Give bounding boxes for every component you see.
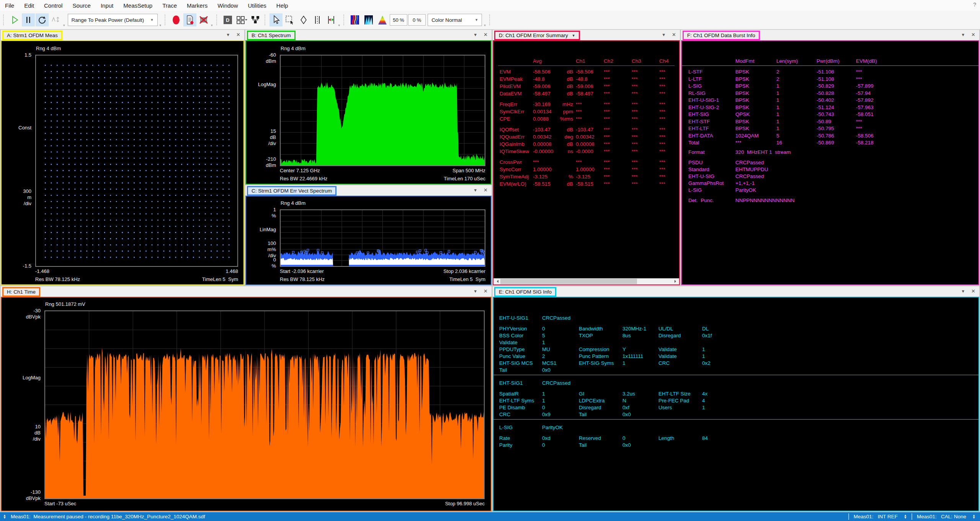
transparency-0-button[interactable]: 0 % (408, 14, 426, 26)
menu-bar: FileEditControlSourceInputMeasSetupTrace… (0, 0, 980, 11)
row-label: Standard (688, 167, 709, 172)
transparency-50-button[interactable]: 50 % (390, 14, 407, 26)
toolbar-separator (3, 15, 5, 25)
row-label: EVMPeak (500, 76, 523, 82)
window-menu-icon[interactable]: ▾ (474, 32, 477, 38)
window-close-icon[interactable]: ✕ (672, 32, 676, 38)
window-titlebar[interactable]: A: Strm1 OFDM Meas ▾✕ (1, 30, 244, 40)
pointer-tool-button[interactable] (270, 13, 283, 26)
recording-playback-button[interactable] (183, 13, 196, 26)
scroll-right-button[interactable] (673, 278, 679, 284)
marker-tool-button[interactable] (297, 13, 310, 26)
window-close-icon[interactable]: ✕ (483, 187, 488, 193)
table-cell: *** (604, 91, 610, 96)
field-label: PPDUType (499, 346, 525, 352)
window-titlebar[interactable]: H: Ch1 Time ▾✕ (1, 286, 492, 297)
status-cal[interactable]: Meas01: CAL: None▲▼ (911, 513, 980, 520)
field-value: 0x0 (622, 412, 631, 417)
window-close-icon[interactable]: ✕ (483, 32, 488, 38)
menu-item-trace[interactable]: Trace (157, 1, 182, 10)
menu-item-markers[interactable]: Markers (182, 1, 212, 10)
window-tab[interactable]: B: Ch1 Spectrum (247, 31, 296, 40)
scrollbar-thumb[interactable] (500, 279, 637, 284)
window-title: D: Ch1 OFDM Error Summary (499, 33, 568, 38)
table-cell: -58.497 (576, 91, 593, 96)
spectrogram-trace-button[interactable] (348, 13, 361, 26)
row-label: SyncCorr (500, 167, 521, 172)
spinner-icon[interactable]: ▲▼ (972, 514, 975, 519)
window-titlebar[interactable]: C: Strm1 OFDM Err Vect Spectrum ▾✕ (245, 185, 492, 196)
field-label: Validate (499, 340, 518, 345)
window-titlebar[interactable]: D: Ch1 OFDM Error Summary▼ ▾✕ (493, 30, 680, 40)
status-spinner-icon[interactable]: ▲▼ (3, 514, 6, 519)
range-combo[interactable]: Range To Peak Power (Default) ▼ (68, 14, 158, 26)
window-tab[interactable]: D: Ch1 OFDM Error Summary▼ (494, 31, 580, 40)
menu-item-utilities[interactable]: Utilities (243, 1, 271, 10)
window-titlebar[interactable]: F: Ch1 OFDM Data Burst Info ▾✕ (681, 30, 979, 40)
autorange-button[interactable] (49, 13, 62, 26)
play-button[interactable] (8, 13, 21, 26)
band-marker-tool-button[interactable] (311, 13, 324, 26)
horizontal-scrollbar[interactable] (493, 278, 679, 284)
menu-item-control[interactable]: Control (39, 1, 67, 10)
restart-button[interactable] (36, 13, 49, 26)
window-tab[interactable]: F: Ch1 OFDM Data Burst Info (683, 31, 760, 40)
window-ofdm-error-summary: D: Ch1 OFDM Error Summary▼ ▾✕ AvgCh1Ch2C… (493, 30, 680, 285)
window-close-icon[interactable]: ✕ (971, 32, 975, 38)
window-menu-icon[interactable]: ▾ (474, 187, 477, 193)
record-button[interactable] (170, 13, 183, 26)
window-menu-icon[interactable]: ▾ (962, 32, 965, 38)
window-menu-icon[interactable]: ▾ (962, 288, 965, 294)
marker-diamond-icon (299, 15, 308, 25)
menu-item-window[interactable]: Window (212, 1, 243, 10)
offset-marker-tool-button[interactable] (325, 13, 338, 26)
window-close-icon[interactable]: ✕ (971, 288, 975, 294)
unit-cell: mHz (551, 101, 573, 107)
window-menu-icon[interactable]: ▾ (474, 288, 477, 294)
window-close-icon[interactable]: ✕ (483, 288, 488, 294)
zoom-select-tool-button[interactable] (283, 13, 296, 26)
window-layout-button[interactable] (235, 13, 248, 26)
axis-label: TimeLen 5 Sym (449, 276, 485, 282)
trace-style-button[interactable] (376, 13, 389, 26)
window-menu-icon[interactable]: ▾ (227, 32, 230, 38)
toolbar-overflow-icon[interactable]: ▾ (484, 23, 486, 27)
window-titlebar[interactable]: B: Ch1 Spectrum ▾✕ (245, 30, 492, 40)
menu-item-meassetup[interactable]: MeasSetup (118, 1, 157, 10)
toolbar-separator (216, 15, 219, 25)
trace-marker (425, 249, 427, 251)
window-titlebar[interactable]: E: Ch1 OFDM SIG Info ▾✕ (493, 286, 979, 297)
autorange-dropdown-icon[interactable]: ▾ (63, 23, 65, 27)
link-windows-button[interactable] (249, 13, 262, 26)
window-menu-icon[interactable]: ▾ (663, 32, 665, 38)
window-tab[interactable]: A: Strm1 OFDM Meas (2, 31, 62, 40)
table-cell: 5 (776, 133, 779, 139)
window-tab[interactable]: E: Ch1 OFDM SIG Info (494, 287, 556, 297)
measurement-selector-button[interactable]: D (221, 13, 234, 26)
menu-item-file[interactable]: File (0, 1, 19, 10)
window-close-icon[interactable]: ✕ (236, 32, 240, 38)
menu-item-source[interactable]: Source (67, 1, 96, 10)
window-tab[interactable]: C: Strm1 OFDM Err Vect Spectrum (247, 186, 336, 196)
discard-recording-button[interactable] (197, 13, 210, 26)
window-tab[interactable]: H: Ch1 Time (2, 287, 40, 297)
tab-dropdown-icon[interactable]: ▼ (572, 34, 575, 38)
menu-item-edit[interactable]: Edit (19, 1, 39, 10)
toolbar-overflow-icon[interactable]: ▾ (160, 23, 162, 27)
color-combo[interactable]: Color Normal ▼ (428, 14, 482, 26)
pause-button[interactable] (22, 13, 35, 26)
axis-label-row: -1.4681.468 (35, 268, 238, 274)
status-reference[interactable]: Meas01: INT REF▲▼ (848, 513, 911, 520)
time-plot: Rng 501.1872 mV-30dBVpkLogMag10dB/div-13… (1, 297, 492, 511)
field-value: MU (542, 346, 550, 352)
menu-item-help[interactable]: Help (271, 1, 293, 10)
help-icon[interactable]: ? (973, 2, 976, 8)
toolbar-overflow-icon[interactable]: ▾ (211, 23, 213, 27)
scroll-left-button[interactable] (493, 278, 500, 284)
spinner-icon[interactable]: ▲▼ (904, 514, 907, 519)
field-label: Parity (499, 442, 513, 448)
toolbar-overflow-icon[interactable]: ▾ (338, 23, 340, 27)
measurement-selector-icon: D (224, 16, 232, 24)
menu-item-input[interactable]: Input (96, 1, 118, 10)
waterfall-trace-button[interactable] (362, 13, 375, 26)
